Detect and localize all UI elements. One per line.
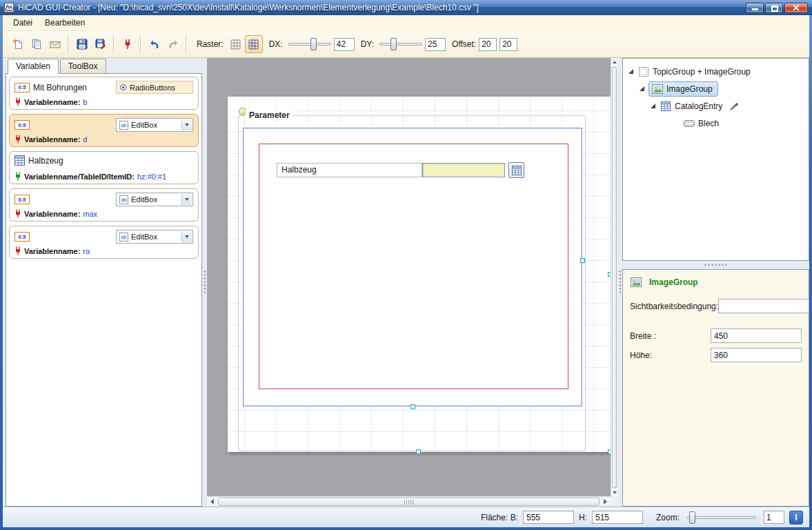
- properties-header: ImageGroup: [630, 277, 802, 288]
- scrollbar-thumb[interactable]: [218, 498, 600, 506]
- tree-selection[interactable]: ImageGroup: [648, 81, 718, 97]
- info-toggle-button[interactable]: I: [789, 511, 803, 524]
- scroll-left-button[interactable]: [207, 497, 217, 507]
- dx-slider-thumb[interactable]: [310, 38, 317, 50]
- dx-label: DX:: [269, 39, 283, 49]
- menu-datei[interactable]: Datei: [7, 16, 39, 30]
- splitter-properties[interactable]: [622, 261, 809, 269]
- import-button[interactable]: [46, 35, 64, 54]
- expander-icon[interactable]: [628, 69, 633, 74]
- plug-red-icon: [14, 209, 21, 218]
- variable-card-hz[interactable]: Halbzeug Variablenname/TableID/ItemID: h…: [9, 151, 199, 184]
- zoom-label: Zoom:: [656, 513, 680, 522]
- zoom-slider[interactable]: [686, 510, 757, 525]
- imagegroup-bounds[interactable]: [259, 144, 568, 389]
- save-as-button[interactable]: [91, 35, 110, 54]
- save-button[interactable]: [72, 35, 91, 54]
- splitter-right[interactable]: [617, 58, 622, 507]
- resize-handle[interactable]: [416, 449, 421, 454]
- halbzeug-input[interactable]: [422, 163, 505, 177]
- visibility-label: Sichtbarkeitsbedingung:: [630, 302, 718, 311]
- control-type-combobox[interactable]: ab EditBox: [116, 118, 193, 132]
- scrollbar-thumb[interactable]: [612, 67, 617, 488]
- properties-title: ImageGroup: [649, 277, 698, 287]
- dx-slider[interactable]: [287, 37, 333, 52]
- menu-bearbeiten[interactable]: Bearbeiten: [39, 16, 91, 30]
- area-height-input[interactable]: [592, 511, 643, 524]
- scroll-up-button[interactable]: [611, 58, 617, 66]
- combobox-dropdown-button[interactable]: [181, 194, 192, 205]
- halbzeug-label[interactable]: Halbzeug: [277, 163, 422, 177]
- minimize-icon: [752, 8, 758, 10]
- scrollbar-track[interactable]: [611, 66, 617, 489]
- info-label: I: [795, 513, 797, 522]
- visibility-input[interactable]: [718, 299, 809, 313]
- design-surface[interactable]: Parameter Halbzeug: [228, 97, 611, 452]
- resize-handle[interactable]: [580, 258, 585, 263]
- zoom-slider-thumb[interactable]: [689, 511, 695, 524]
- tree-node-blech[interactable]: Blech: [626, 115, 806, 132]
- tab-variablen[interactable]: Variablen: [8, 59, 59, 74]
- edit-pencil-icon[interactable]: [729, 101, 739, 111]
- undo-button[interactable]: [145, 35, 164, 54]
- tab-toolbox[interactable]: ToolBox: [60, 59, 106, 73]
- dy-input[interactable]: [425, 38, 446, 51]
- control-type-combobox[interactable]: ab EditBox: [116, 230, 193, 244]
- variables-panel: Variablen ToolBox 0.5 Mit Bohrungen Radi…: [6, 58, 202, 507]
- grid-snap-button[interactable]: [245, 35, 263, 53]
- scroll-right-button[interactable]: [600, 497, 611, 507]
- offset-y-input[interactable]: [499, 38, 517, 51]
- imagegroup-selection[interactable]: Halbzeug: [243, 128, 582, 406]
- dy-slider[interactable]: [378, 37, 424, 52]
- redo-button[interactable]: [164, 35, 182, 54]
- expander-icon[interactable]: [651, 104, 655, 108]
- combobox-dropdown-button[interactable]: [181, 119, 192, 130]
- slider-groove: [687, 516, 756, 519]
- dx-input[interactable]: [334, 38, 355, 51]
- zoom-input[interactable]: [764, 511, 784, 524]
- splitter-grip-icon: [204, 270, 206, 295]
- close-button[interactable]: [784, 3, 808, 13]
- copy-button[interactable]: [27, 35, 46, 54]
- connect-variable-button[interactable]: [118, 35, 137, 54]
- table-icon: [512, 166, 522, 175]
- catalog-button[interactable]: [508, 162, 524, 178]
- vertical-scrollbar[interactable]: [611, 58, 617, 497]
- tree-node-catalogentry[interactable]: CatalogEntry: [626, 97, 806, 115]
- maximize-icon: [771, 6, 778, 12]
- tree-node-topicgroup[interactable]: TopicGroup + ImageGroup: [626, 63, 806, 80]
- chevron-down-icon: [185, 235, 189, 238]
- width-input[interactable]: [711, 328, 802, 343]
- new-button[interactable]: [8, 35, 27, 54]
- maximize-button[interactable]: [765, 3, 783, 13]
- minimize-button[interactable]: [746, 3, 764, 13]
- app-frame: Datei Bearbeiten: [3, 15, 809, 527]
- area-width-input[interactable]: [523, 511, 574, 524]
- combobox-dropdown-button[interactable]: [181, 231, 192, 242]
- variable-card-ra[interactable]: 0.5 ab EditBox: [9, 226, 199, 259]
- expander-spacer: [674, 121, 679, 126]
- tree-node-imagegroup[interactable]: ImageGroup: [626, 80, 806, 97]
- variable-card-b[interactable]: 0.5 Mit Bohrungen RadioButtons: [9, 77, 199, 110]
- offset-x-input[interactable]: [479, 38, 497, 51]
- control-type-label: EditBox: [131, 195, 157, 204]
- expander-icon[interactable]: [640, 86, 644, 91]
- titlebar[interactable]: HiCAD GUI-Creator - [Neu: "D:\hicad_svn\…: [0, 0, 812, 15]
- design-canvas[interactable]: Parameter Halbzeug: [207, 58, 617, 507]
- resize-handle[interactable]: [410, 404, 415, 409]
- tab-label: ToolBox: [68, 61, 98, 71]
- horizontal-scrollbar[interactable]: [207, 496, 611, 507]
- splitter-left[interactable]: [202, 58, 207, 507]
- toolbar-separator: [113, 35, 115, 53]
- control-type-combobox[interactable]: ab EditBox: [116, 193, 193, 206]
- grid-toggle-button[interactable]: [226, 35, 245, 54]
- save-as-icon: [95, 39, 106, 50]
- plug-red-icon: [14, 135, 21, 144]
- radiobuttons-preview[interactable]: RadioButtons: [116, 81, 193, 94]
- dy-slider-thumb[interactable]: [390, 38, 397, 50]
- card-title: Mit Bohrungen: [33, 83, 87, 92]
- height-input[interactable]: [711, 348, 802, 362]
- variable-card-max[interactable]: 0.5 ab EditBox: [9, 188, 199, 222]
- variable-card-d[interactable]: 0.5 ab EditBox: [9, 114, 199, 147]
- scrollbar-track[interactable]: [217, 497, 600, 507]
